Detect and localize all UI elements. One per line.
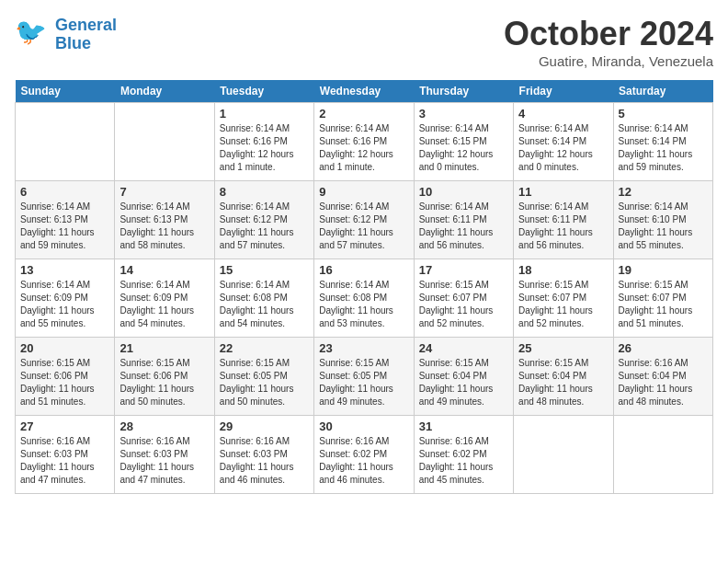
day-number: 19 (619, 263, 708, 277)
day-info: Sunrise: 6:15 AM Sunset: 6:07 PM Dayligh… (419, 279, 508, 330)
day-number: 3 (419, 107, 508, 121)
day-info: Sunrise: 6:14 AM Sunset: 6:13 PM Dayligh… (119, 201, 209, 252)
calendar-day-cell: 9Sunrise: 6:14 AM Sunset: 6:12 PM Daylig… (314, 181, 414, 259)
calendar-day-cell: 28Sunrise: 6:16 AM Sunset: 6:03 PM Dayli… (115, 416, 214, 494)
calendar-day-cell: 15Sunrise: 6:14 AM Sunset: 6:08 PM Dayli… (214, 259, 313, 338)
day-info: Sunrise: 6:14 AM Sunset: 6:12 PM Dayligh… (220, 201, 309, 252)
day-number: 28 (119, 419, 209, 433)
svg-text:🐦: 🐦 (15, 17, 47, 47)
header-row: SundayMondayTuesdayWednesdayThursdayFrid… (16, 80, 713, 103)
month-title: October 2024 (504, 15, 713, 53)
calendar-day-cell: 22Sunrise: 6:15 AM Sunset: 6:05 PM Dayli… (214, 338, 313, 416)
day-number: 17 (419, 263, 508, 277)
calendar-day-cell: 6Sunrise: 6:14 AM Sunset: 6:13 PM Daylig… (16, 181, 115, 259)
day-info: Sunrise: 6:16 AM Sunset: 6:02 PM Dayligh… (319, 435, 408, 487)
day-of-week-header: Saturday (613, 80, 712, 103)
day-of-week-header: Tuesday (214, 80, 313, 103)
day-number: 20 (20, 341, 109, 355)
day-info: Sunrise: 6:15 AM Sunset: 6:07 PM Dayligh… (619, 279, 708, 330)
day-number: 16 (319, 263, 408, 277)
page-header: 🐦 General Blue October 2024 Guatire, Mir… (15, 15, 713, 69)
day-number: 11 (518, 185, 608, 199)
day-of-week-header: Wednesday (314, 80, 414, 103)
calendar-day-cell: 19Sunrise: 6:15 AM Sunset: 6:07 PM Dayli… (613, 259, 712, 338)
day-info: Sunrise: 6:14 AM Sunset: 6:10 PM Dayligh… (619, 201, 708, 252)
day-info: Sunrise: 6:14 AM Sunset: 6:12 PM Dayligh… (319, 201, 408, 252)
logo-blue: Blue (55, 35, 117, 53)
day-info: Sunrise: 6:14 AM Sunset: 6:09 PM Dayligh… (20, 279, 109, 330)
calendar-header: SundayMondayTuesdayWednesdayThursdayFrid… (16, 80, 713, 103)
day-info: Sunrise: 6:14 AM Sunset: 6:13 PM Dayligh… (20, 201, 109, 252)
calendar-day-cell: 26Sunrise: 6:16 AM Sunset: 6:04 PM Dayli… (613, 338, 712, 416)
calendar-week-row: 6Sunrise: 6:14 AM Sunset: 6:13 PM Daylig… (16, 181, 713, 259)
day-number: 8 (220, 185, 309, 199)
day-info: Sunrise: 6:14 AM Sunset: 6:11 PM Dayligh… (518, 201, 608, 252)
calendar-body: 1Sunrise: 6:14 AM Sunset: 6:16 PM Daylig… (16, 103, 713, 494)
day-info: Sunrise: 6:15 AM Sunset: 6:05 PM Dayligh… (319, 357, 408, 408)
day-number: 23 (319, 341, 408, 355)
calendar-day-cell: 12Sunrise: 6:14 AM Sunset: 6:10 PM Dayli… (613, 181, 712, 259)
day-number: 26 (619, 341, 708, 355)
day-number: 25 (518, 341, 608, 355)
day-number: 10 (419, 185, 508, 199)
day-number: 29 (220, 419, 309, 433)
calendar-day-cell: 24Sunrise: 6:15 AM Sunset: 6:04 PM Dayli… (414, 338, 513, 416)
day-number: 27 (20, 419, 109, 433)
day-info: Sunrise: 6:14 AM Sunset: 6:14 PM Dayligh… (619, 122, 708, 174)
calendar-day-cell: 7Sunrise: 6:14 AM Sunset: 6:13 PM Daylig… (115, 181, 214, 259)
day-number: 7 (119, 185, 209, 199)
day-info: Sunrise: 6:16 AM Sunset: 6:02 PM Dayligh… (419, 435, 508, 487)
calendar-day-cell (115, 103, 214, 181)
day-number: 12 (619, 185, 708, 199)
calendar-day-cell: 31Sunrise: 6:16 AM Sunset: 6:02 PM Dayli… (414, 416, 513, 494)
day-number: 14 (119, 263, 209, 277)
day-info: Sunrise: 6:15 AM Sunset: 6:07 PM Dayligh… (518, 279, 608, 330)
calendar-day-cell: 25Sunrise: 6:15 AM Sunset: 6:04 PM Dayli… (514, 338, 613, 416)
day-info: Sunrise: 6:15 AM Sunset: 6:05 PM Dayligh… (220, 357, 309, 408)
calendar-day-cell: 1Sunrise: 6:14 AM Sunset: 6:16 PM Daylig… (214, 103, 313, 181)
day-number: 18 (518, 263, 608, 277)
day-info: Sunrise: 6:14 AM Sunset: 6:14 PM Dayligh… (518, 122, 608, 174)
calendar-day-cell: 11Sunrise: 6:14 AM Sunset: 6:11 PM Dayli… (514, 181, 613, 259)
day-number: 15 (220, 263, 309, 277)
day-number: 31 (419, 419, 508, 433)
calendar-day-cell: 16Sunrise: 6:14 AM Sunset: 6:08 PM Dayli… (314, 259, 414, 338)
calendar-day-cell: 29Sunrise: 6:16 AM Sunset: 6:03 PM Dayli… (214, 416, 313, 494)
calendar-day-cell: 8Sunrise: 6:14 AM Sunset: 6:12 PM Daylig… (214, 181, 313, 259)
day-number: 4 (518, 107, 608, 121)
calendar-day-cell: 3Sunrise: 6:14 AM Sunset: 6:15 PM Daylig… (414, 103, 513, 181)
calendar-day-cell: 27Sunrise: 6:16 AM Sunset: 6:03 PM Dayli… (16, 416, 115, 494)
calendar-day-cell: 17Sunrise: 6:15 AM Sunset: 6:07 PM Dayli… (414, 259, 513, 338)
calendar-day-cell: 10Sunrise: 6:14 AM Sunset: 6:11 PM Dayli… (414, 181, 513, 259)
day-info: Sunrise: 6:15 AM Sunset: 6:06 PM Dayligh… (20, 357, 109, 408)
calendar-day-cell: 21Sunrise: 6:15 AM Sunset: 6:06 PM Dayli… (115, 338, 214, 416)
calendar-day-cell: 30Sunrise: 6:16 AM Sunset: 6:02 PM Dayli… (314, 416, 414, 494)
calendar-week-row: 1Sunrise: 6:14 AM Sunset: 6:16 PM Daylig… (16, 103, 713, 181)
logo-general: General (55, 16, 117, 34)
calendar-day-cell (514, 416, 613, 494)
day-info: Sunrise: 6:15 AM Sunset: 6:04 PM Dayligh… (419, 357, 508, 408)
calendar-week-row: 20Sunrise: 6:15 AM Sunset: 6:06 PM Dayli… (16, 338, 713, 416)
calendar-day-cell: 20Sunrise: 6:15 AM Sunset: 6:06 PM Dayli… (16, 338, 115, 416)
day-info: Sunrise: 6:14 AM Sunset: 6:16 PM Dayligh… (319, 122, 408, 174)
day-of-week-header: Monday (115, 80, 214, 103)
day-info: Sunrise: 6:16 AM Sunset: 6:03 PM Dayligh… (220, 435, 309, 487)
day-number: 2 (319, 107, 408, 121)
calendar-day-cell: 5Sunrise: 6:14 AM Sunset: 6:14 PM Daylig… (613, 103, 712, 181)
calendar-day-cell (613, 416, 712, 494)
day-info: Sunrise: 6:14 AM Sunset: 6:15 PM Dayligh… (419, 122, 508, 174)
day-info: Sunrise: 6:14 AM Sunset: 6:11 PM Dayligh… (419, 201, 508, 252)
day-info: Sunrise: 6:16 AM Sunset: 6:04 PM Dayligh… (619, 357, 708, 408)
day-of-week-header: Friday (514, 80, 613, 103)
day-info: Sunrise: 6:14 AM Sunset: 6:16 PM Dayligh… (220, 122, 309, 174)
day-number: 6 (20, 185, 109, 199)
calendar-day-cell (16, 103, 115, 181)
calendar-day-cell: 18Sunrise: 6:15 AM Sunset: 6:07 PM Dayli… (514, 259, 613, 338)
day-number: 1 (220, 107, 309, 121)
location: Guatire, Miranda, Venezuela (504, 53, 713, 69)
logo-text: General Blue (55, 17, 117, 53)
day-number: 22 (220, 341, 309, 355)
day-number: 21 (119, 341, 209, 355)
calendar-day-cell: 4Sunrise: 6:14 AM Sunset: 6:14 PM Daylig… (514, 103, 613, 181)
calendar-week-row: 27Sunrise: 6:16 AM Sunset: 6:03 PM Dayli… (16, 416, 713, 494)
